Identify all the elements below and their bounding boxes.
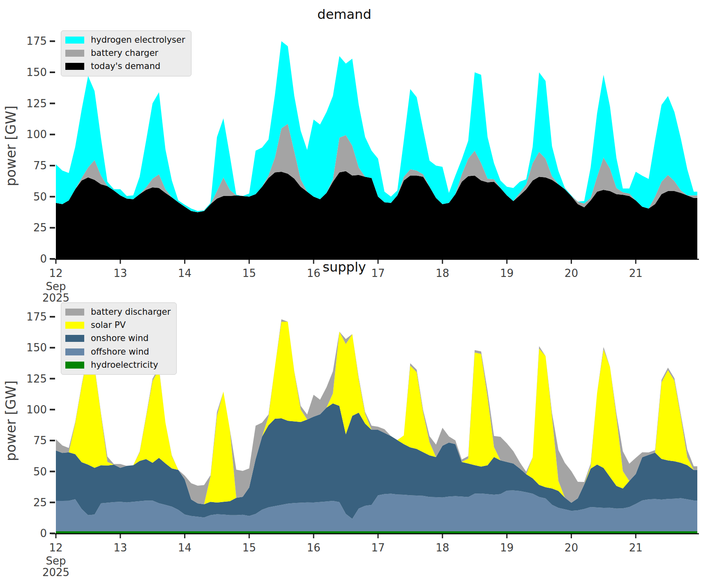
supply-ytick-label: 100 bbox=[26, 404, 47, 416]
demand-legend-item: hydrogen electrolyser bbox=[65, 35, 185, 45]
demand-legend-label: today's demand bbox=[91, 61, 160, 71]
supply-legend-label: battery discharger bbox=[91, 307, 171, 317]
supply-ytick-label: 75 bbox=[33, 434, 47, 447]
demand-month-label: Sep bbox=[46, 280, 66, 293]
supply-legend-label: hydroelectricity bbox=[91, 360, 158, 370]
supply-ylabel: power [GW] bbox=[3, 380, 19, 461]
demand-xtick-label: 12 bbox=[49, 267, 62, 279]
supply-xtick-label: 16 bbox=[307, 542, 321, 554]
supply-ytick-label: 150 bbox=[26, 341, 47, 354]
supply-legend-swatch bbox=[65, 309, 84, 316]
supply-legend-label: onshore wind bbox=[91, 333, 149, 344]
supply-legend-swatch bbox=[65, 348, 84, 355]
supply-legend-label: offshore wind bbox=[91, 347, 149, 357]
demand-xtick-label: 16 bbox=[307, 267, 321, 279]
supply-chart-title: supply bbox=[323, 259, 366, 275]
demand-chart-title: demand bbox=[317, 7, 371, 22]
supply-legend-item: onshore wind bbox=[65, 333, 171, 344]
supply-legend-item: solar PV bbox=[65, 320, 171, 330]
supply-legend-item: hydroelectricity bbox=[65, 360, 171, 370]
supply-legend-item: battery discharger bbox=[65, 307, 171, 317]
demand-legend-item: battery charger bbox=[65, 48, 185, 58]
supply-year-label: 2025 bbox=[42, 566, 69, 579]
demand-legend-swatch bbox=[65, 37, 84, 44]
supply-legend: battery dischargersolar PVonshore windof… bbox=[61, 302, 177, 375]
supply-xtick-label: 18 bbox=[436, 542, 449, 554]
supply-month-label: Sep bbox=[46, 555, 66, 567]
supply-area-hydroelectricity bbox=[56, 531, 697, 533]
supply-xtick-label: 14 bbox=[178, 542, 191, 554]
demand-ytick-label: 175 bbox=[26, 35, 47, 47]
supply-legend-swatch bbox=[65, 362, 84, 369]
demand-ytick-label: 100 bbox=[26, 128, 47, 141]
demand-legend-item: today's demand bbox=[65, 61, 185, 71]
supply-ytick-label: 125 bbox=[26, 373, 47, 385]
demand-ytick-label: 75 bbox=[33, 159, 47, 172]
supply-legend-swatch bbox=[65, 335, 84, 342]
demand-legend-label: hydrogen electrolyser bbox=[91, 35, 185, 45]
demand-xtick-label: 17 bbox=[371, 267, 385, 279]
demand-ytick-label: 25 bbox=[33, 221, 47, 234]
demand-ytick-label: 50 bbox=[33, 191, 47, 203]
demand-xtick-label: 14 bbox=[178, 267, 191, 279]
demand-xtick-label: 13 bbox=[113, 267, 127, 279]
demand-xtick-label: 15 bbox=[242, 267, 256, 279]
supply-xtick-label: 17 bbox=[371, 542, 385, 554]
demand-legend-swatch bbox=[65, 50, 84, 57]
demand-xtick-label: 20 bbox=[565, 267, 578, 279]
supply-xtick-label: 21 bbox=[629, 542, 643, 554]
supply-xtick-label: 19 bbox=[500, 542, 514, 554]
demand-ytick-label: 0 bbox=[40, 253, 47, 265]
demand-ytick-label: 150 bbox=[26, 66, 47, 78]
supply-xtick-label: 20 bbox=[565, 542, 578, 554]
supply-legend-swatch bbox=[65, 322, 84, 329]
figure: 025507510012515017512131415161718192021S… bbox=[0, 0, 701, 588]
demand-legend-label: battery charger bbox=[91, 48, 158, 58]
supply-legend-item: offshore wind bbox=[65, 347, 171, 357]
demand-xtick-label: 19 bbox=[500, 267, 514, 279]
supply-xtick-label: 15 bbox=[242, 542, 256, 554]
stacked-area-charts: 025507510012515017512131415161718192021S… bbox=[0, 0, 701, 588]
supply-ytick-label: 175 bbox=[26, 311, 47, 323]
supply-legend-label: solar PV bbox=[91, 320, 126, 330]
supply-xtick-label: 12 bbox=[49, 542, 62, 554]
demand-ylabel: power [GW] bbox=[3, 106, 19, 186]
demand-legend-swatch bbox=[65, 63, 84, 70]
demand-ytick-label: 125 bbox=[26, 97, 47, 110]
demand-xtick-label: 18 bbox=[436, 267, 449, 279]
supply-ytick-label: 50 bbox=[33, 466, 47, 478]
demand-legend: hydrogen electrolyserbattery chargertoda… bbox=[61, 30, 191, 76]
demand-xtick-label: 21 bbox=[629, 267, 643, 279]
supply-ytick-label: 0 bbox=[40, 527, 47, 540]
supply-xtick-label: 13 bbox=[113, 542, 127, 554]
supply-ytick-label: 25 bbox=[33, 496, 47, 509]
